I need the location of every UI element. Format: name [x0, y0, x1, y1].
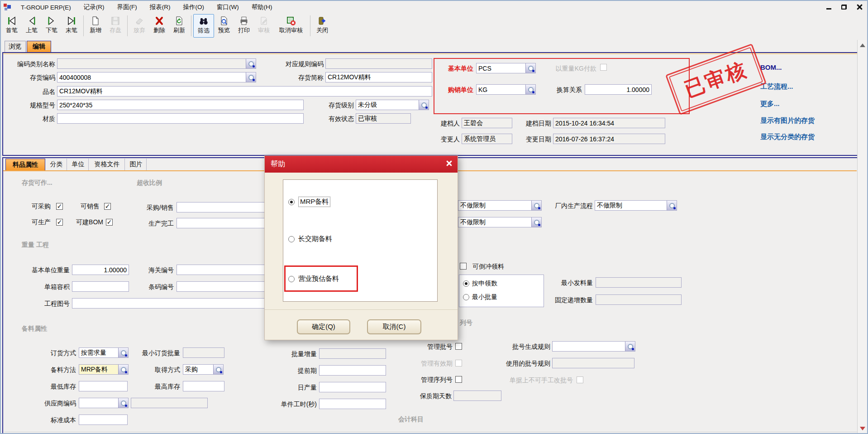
lookup-icon[interactable]	[525, 85, 535, 94]
order-mode-input[interactable]: 按需求量	[79, 347, 129, 358]
restrict-input-2[interactable]: 不做限制	[458, 217, 542, 227]
menu-interface[interactable]: 界面(F)	[111, 3, 143, 11]
box-volume-input[interactable]	[72, 281, 129, 292]
menu-operation[interactable]: 操作(O)	[177, 3, 211, 11]
restore-button[interactable]	[840, 3, 848, 11]
can-bom-checkbox[interactable]	[106, 219, 113, 226]
menu-record[interactable]: 记录(R)	[77, 3, 111, 11]
close-button[interactable]	[855, 3, 863, 11]
unit-hours-input[interactable]	[319, 399, 386, 409]
can-sell-checkbox[interactable]	[104, 203, 111, 210]
std-cost-input[interactable]	[79, 415, 128, 425]
restrict-input-1[interactable]: 不做限制	[458, 200, 542, 211]
toolbar-delete[interactable]: 删除	[149, 14, 169, 38]
customs-input[interactable]	[176, 265, 272, 275]
tab-units[interactable]: 单位	[68, 159, 89, 170]
material-input[interactable]	[57, 113, 304, 124]
toolbar-prev-record[interactable]: 上笔	[22, 14, 42, 38]
radio-by-apply[interactable]	[463, 280, 469, 287]
lookup-icon[interactable]	[118, 398, 128, 408]
option-long-lead[interactable]: 长交期备料	[288, 235, 332, 243]
toolbar-filter[interactable]: 筛选	[193, 14, 214, 38]
option-mrp[interactable]: MRP备料	[288, 197, 330, 207]
scroll-up-arrow[interactable]	[860, 43, 865, 47]
manage-serial-checkbox[interactable]	[455, 376, 462, 383]
tab-edit[interactable]: 编辑	[27, 41, 51, 52]
toolbar-first-record[interactable]: 首笔	[2, 14, 22, 38]
min-stock-input[interactable]	[79, 381, 128, 391]
manage-batch-checkbox[interactable]	[455, 343, 462, 350]
daily-output-input[interactable]	[319, 382, 386, 392]
lookup-icon[interactable]	[667, 201, 677, 210]
radio-long-lead-icon[interactable]	[288, 236, 295, 242]
barcode-input[interactable]	[176, 281, 272, 292]
scroll-down-arrow[interactable]	[860, 427, 865, 430]
link-bom[interactable]: BOM...	[760, 63, 782, 71]
link-more[interactable]: 更多...	[760, 100, 780, 108]
toolbar-cancel-audit[interactable]: 取消审核	[274, 14, 308, 38]
vertical-scrollbar[interactable]	[857, 40, 867, 434]
toolbar-next-record[interactable]: 下笔	[42, 14, 62, 38]
toolbar-close[interactable]: 关闭	[312, 14, 332, 38]
menu-report[interactable]: 报表(R)	[143, 3, 177, 11]
toolbar-refresh[interactable]: 刷新	[169, 14, 189, 38]
lookup-icon[interactable]	[246, 72, 256, 82]
level-input[interactable]: 未分级	[356, 100, 429, 110]
toolbar-print[interactable]: 打印	[234, 14, 254, 38]
code-type-input[interactable]	[57, 58, 256, 69]
toolbar-last-record[interactable]: 末笔	[62, 14, 81, 38]
lookup-icon[interactable]	[525, 63, 535, 73]
rule-code-input[interactable]	[325, 58, 432, 69]
code-type-label: 编码类别名称	[9, 60, 55, 68]
item-code-input[interactable]: 400400008	[57, 72, 256, 82]
backflush-checkbox[interactable]	[460, 263, 467, 270]
tab-images[interactable]: 图片	[126, 159, 147, 170]
radio-mrp-icon[interactable]	[288, 199, 295, 205]
menu-app[interactable]: T-GROUP ERP(E)	[14, 4, 77, 11]
item-name-input[interactable]: CR12MOV精料	[57, 86, 432, 96]
acquire-input[interactable]: 采购	[183, 364, 224, 375]
menu-help[interactable]: 帮助(H)	[245, 3, 279, 11]
tab-classification[interactable]: 分类	[46, 159, 67, 170]
toolbar-new[interactable]: 新增	[86, 14, 105, 38]
lookup-icon[interactable]	[118, 348, 128, 357]
lookup-icon[interactable]	[419, 100, 429, 110]
ok-button[interactable]: 确定(Q)	[297, 319, 350, 334]
trade-unit-input[interactable]: KG	[476, 84, 536, 95]
tab-browse[interactable]: 浏览	[5, 41, 26, 52]
option-mrp-label: MRP备料	[298, 197, 330, 207]
link-with-images[interactable]: 显示有图片的存货	[760, 116, 815, 125]
backup-method-input[interactable]: MRP备料	[79, 364, 129, 375]
tab-material-props[interactable]: 料品属性	[5, 159, 45, 170]
can-purchase-checkbox[interactable]	[56, 203, 63, 210]
can-produce-checkbox[interactable]	[56, 219, 63, 226]
conversion-input[interactable]: 1.00000	[585, 84, 652, 95]
radio-min-batch[interactable]	[463, 294, 469, 300]
used-batch-rule-input	[552, 358, 634, 368]
lookup-icon[interactable]	[531, 217, 541, 227]
spec-input[interactable]: 250*240*35	[57, 100, 304, 110]
max-stock-input[interactable]	[183, 381, 224, 391]
lookup-icon[interactable]	[531, 201, 541, 210]
lookup-icon[interactable]	[625, 342, 635, 351]
lead-time-input[interactable]	[319, 365, 386, 376]
prod-finish-input[interactable]	[176, 218, 272, 228]
factory-flow-input[interactable]: 不做限制	[595, 200, 677, 211]
lookup-icon[interactable]	[213, 365, 223, 374]
item-short-input[interactable]: CR12MOV精料	[325, 72, 432, 82]
batch-rule-input[interactable]	[552, 341, 635, 352]
menu-window[interactable]: 窗口(W)	[210, 3, 245, 11]
lookup-icon[interactable]	[246, 59, 256, 68]
tab-qualification[interactable]: 资格文件	[90, 159, 125, 170]
unit-weight-input[interactable]: 1.00000	[72, 265, 129, 275]
lookup-icon[interactable]	[118, 365, 128, 374]
supplier-input[interactable]	[79, 398, 129, 408]
base-unit-input[interactable]: PCS	[476, 63, 536, 73]
minimize-button[interactable]	[825, 3, 833, 11]
drawing-input[interactable]	[72, 298, 272, 309]
cancel-button[interactable]: 取消(C)	[367, 319, 421, 334]
toolbar-preview[interactable]: 预览	[214, 14, 234, 38]
dialog-close-icon[interactable]	[446, 160, 452, 166]
purchase-sale-input[interactable]	[176, 202, 272, 212]
link-unclassified[interactable]: 显示无分类的存货	[760, 133, 815, 141]
